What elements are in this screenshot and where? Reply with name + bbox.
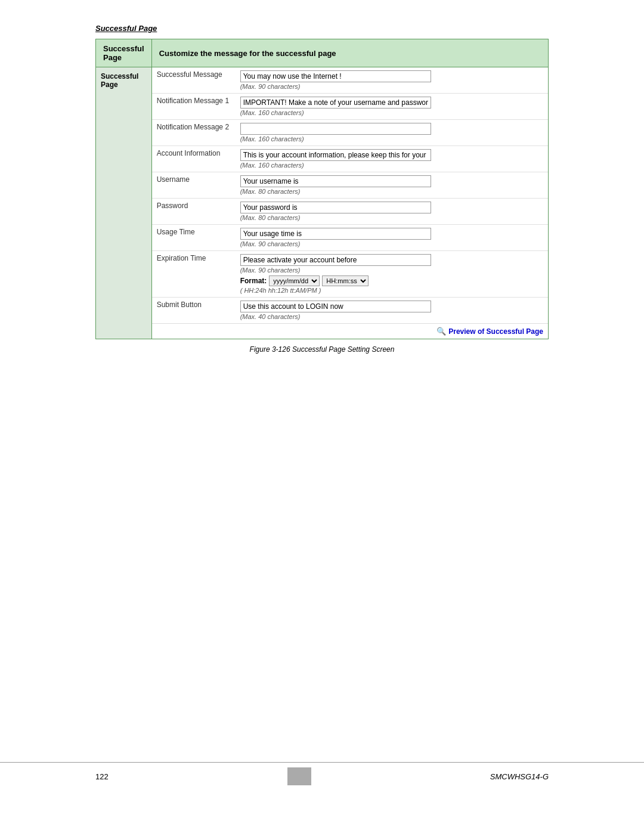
field-input[interactable] xyxy=(240,70,431,82)
field-input[interactable] xyxy=(240,202,431,213)
field-hint: (Max. 90 characters) xyxy=(240,240,543,247)
field-value-cell: (Max. 90 characters)Format:yyyy/mm/ddmm/… xyxy=(236,251,548,298)
field-row: Usage Time(Max. 90 characters) xyxy=(152,225,548,251)
field-row: Account Information(Max. 160 characters) xyxy=(152,146,548,172)
field-input[interactable] xyxy=(240,228,431,240)
field-label: Usage Time xyxy=(152,225,236,251)
figure-caption: Figure 3-126 Successful Page Setting Scr… xyxy=(95,345,549,354)
field-hint: (Max. 160 characters) xyxy=(240,135,543,143)
field-input[interactable] xyxy=(240,149,431,161)
field-row: Successful Message(Max. 90 characters) xyxy=(152,67,548,94)
format-hint: ( HH:24h hh:12h tt:AM/PM ) xyxy=(240,287,543,294)
page-footer: 122 SMCWHSG14-G xyxy=(0,762,644,785)
fields-table: Successful Message(Max. 90 characters)No… xyxy=(152,67,548,339)
search-icon: 🔍 xyxy=(436,327,446,336)
panel-header-description: Customize the message for the successful… xyxy=(151,39,548,67)
field-label: Notification Message 2 xyxy=(152,120,236,146)
field-hint: (Max. 160 characters) xyxy=(240,162,543,169)
panel-header-label: Successful Page xyxy=(96,39,152,67)
preview-link[interactable]: 🔍 Preview of Successful Page xyxy=(436,327,543,336)
page-number: 122 xyxy=(95,772,109,781)
model-number: SMCWHSG14-G xyxy=(490,772,549,781)
date-format-select[interactable]: yyyy/mm/ddmm/dd/yyyydd/mm/yyyy xyxy=(269,275,320,286)
field-row: Submit Button(Max. 40 characters) xyxy=(152,298,548,324)
right-panel: Successful Message(Max. 90 characters)No… xyxy=(151,67,548,339)
field-hint: (Max. 40 characters) xyxy=(240,313,543,320)
field-label: Account Information xyxy=(152,146,236,172)
field-value-cell: (Max. 160 characters) xyxy=(236,94,548,120)
main-settings-table: Successful Page Customize the message fo… xyxy=(95,39,549,339)
field-hint: (Max. 80 characters) xyxy=(240,214,543,221)
field-hint: (Max. 90 characters) xyxy=(240,83,543,90)
field-value-cell: (Max. 80 characters) xyxy=(236,172,548,199)
field-value-cell: (Max. 90 characters) xyxy=(236,67,548,94)
field-input[interactable] xyxy=(240,254,431,266)
field-row: Username(Max. 80 characters) xyxy=(152,172,548,199)
preview-link-text: Preview of Successful Page xyxy=(448,327,543,336)
field-hint: (Max. 160 characters) xyxy=(240,109,543,116)
field-label: Submit Button xyxy=(152,298,236,324)
field-row: Notification Message 1(Max. 160 characte… xyxy=(152,94,548,120)
field-label: Username xyxy=(152,172,236,199)
gray-box xyxy=(287,767,311,785)
field-hint: (Max. 90 characters) xyxy=(240,267,543,274)
field-value-cell: (Max. 90 characters) xyxy=(236,225,548,251)
field-input[interactable] xyxy=(240,97,431,109)
field-row: Expiration Time(Max. 90 characters)Forma… xyxy=(152,251,548,298)
field-input[interactable] xyxy=(240,175,431,187)
format-row: Format:yyyy/mm/ddmm/dd/yyyydd/mm/yyyyHH:… xyxy=(240,275,543,286)
field-input[interactable] xyxy=(240,123,431,135)
time-format-select[interactable]: HH:mm:sshh:mm:ss xyxy=(322,275,369,286)
field-label: Expiration Time xyxy=(152,251,236,298)
field-input[interactable] xyxy=(240,301,431,312)
field-value-cell: (Max. 160 characters) xyxy=(236,146,548,172)
field-value-cell: (Max. 80 characters) xyxy=(236,199,548,225)
field-label: Successful Message xyxy=(152,67,236,94)
section-title: Successful Page xyxy=(95,24,549,33)
field-hint: (Max. 80 characters) xyxy=(240,188,543,195)
format-label: Format: xyxy=(240,277,267,285)
field-value-cell: (Max. 160 characters) xyxy=(236,120,548,146)
field-label: Password xyxy=(152,199,236,225)
preview-row: 🔍 Preview of Successful Page xyxy=(152,324,548,339)
left-panel: Successful Page xyxy=(96,67,152,339)
field-label: Notification Message 1 xyxy=(152,94,236,120)
field-row: Password(Max. 80 characters) xyxy=(152,199,548,225)
field-value-cell: (Max. 40 characters) xyxy=(236,298,548,324)
field-row: Notification Message 2(Max. 160 characte… xyxy=(152,120,548,146)
